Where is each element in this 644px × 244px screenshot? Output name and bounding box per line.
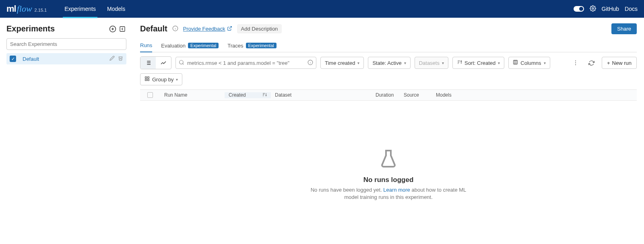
group-icon [144, 76, 150, 83]
experimental-badge: Experimental [246, 43, 277, 48]
svg-line-16 [183, 64, 184, 65]
mlflow-logo: mlflow2.15.1 [6, 4, 47, 14]
add-experiment-icon[interactable] [109, 25, 117, 33]
select-all-checkbox[interactable] [147, 92, 153, 98]
feedback-link[interactable]: Provide Feedback [183, 26, 232, 32]
empty-state: No runs logged No runs have been logged … [308, 149, 469, 201]
columns-icon [513, 60, 518, 66]
kebab-menu-icon[interactable] [570, 57, 582, 69]
empty-title: No runs logged [308, 176, 469, 184]
search-runs-input[interactable] [175, 57, 316, 69]
svg-rect-32 [145, 79, 147, 81]
external-link-icon [227, 26, 232, 32]
svg-line-8 [229, 26, 231, 29]
docs-link[interactable]: Docs [625, 6, 638, 12]
experimental-badge: Experimental [188, 43, 219, 48]
search-experiments-input[interactable] [6, 38, 126, 50]
page-title: Default [140, 24, 167, 33]
list-view-icon[interactable] [140, 57, 156, 69]
svg-rect-31 [148, 77, 149, 79]
edit-icon[interactable] [109, 56, 115, 62]
chart-view-icon[interactable] [156, 57, 171, 69]
share-button[interactable]: Share [611, 23, 637, 34]
svg-point-27 [575, 60, 576, 61]
tab-traces[interactable]: TracesExperimental [227, 42, 276, 52]
learn-more-link[interactable]: Learn more [383, 187, 410, 193]
delete-icon[interactable] [118, 56, 123, 62]
time-created-filter[interactable]: Time created▾ [320, 57, 364, 69]
col-created[interactable]: Created [225, 92, 271, 98]
tab-runs[interactable]: Runs [140, 42, 152, 52]
refresh-icon[interactable] [586, 57, 598, 69]
svg-rect-33 [148, 79, 149, 81]
add-description-button[interactable]: Add Description [237, 24, 282, 33]
svg-rect-4 [120, 27, 125, 31]
sort-button[interactable]: Sort: Created▾ [452, 57, 504, 69]
svg-rect-30 [145, 77, 147, 79]
experiment-row[interactable]: ✓ Default [6, 53, 126, 64]
empty-text: No runs have been logged yet. Learn more… [308, 186, 469, 201]
group-by-button[interactable]: Group by▾ [140, 73, 182, 85]
col-run-name[interactable]: Run Name [160, 92, 225, 98]
state-filter[interactable]: State: Active▾ [368, 57, 410, 69]
search-icon [179, 60, 184, 66]
experiment-name[interactable]: Default [23, 56, 109, 62]
columns-button[interactable]: Columns▾ [508, 57, 550, 69]
svg-point-29 [575, 64, 576, 65]
checkbox-checked-icon[interactable]: ✓ [10, 56, 16, 62]
svg-point-28 [575, 62, 576, 63]
theme-toggle[interactable] [574, 6, 584, 12]
nav-models[interactable]: Models [101, 0, 131, 18]
datasets-filter[interactable]: Datasets▾ [415, 57, 448, 69]
plus-icon: + [607, 60, 610, 66]
github-link[interactable]: GitHub [602, 6, 619, 12]
collapse-sidebar-icon[interactable] [118, 25, 126, 33]
tab-evaluation[interactable]: EvaluationExperimental [161, 42, 219, 52]
new-run-button[interactable]: +New run [602, 57, 637, 69]
sidebar-title: Experiments [6, 24, 55, 33]
col-duration[interactable]: Duration [372, 92, 400, 98]
svg-rect-24 [514, 60, 518, 64]
col-models[interactable]: Models [432, 92, 637, 98]
col-source[interactable]: Source [400, 92, 432, 98]
nav-experiments[interactable]: Experiments [59, 0, 101, 18]
svg-point-0 [592, 8, 594, 9]
info-icon[interactable] [172, 25, 178, 33]
sort-icon [457, 60, 462, 66]
col-dataset[interactable]: Dataset [271, 92, 372, 98]
gear-icon[interactable] [590, 5, 596, 13]
flask-icon [379, 149, 398, 168]
table-header: Run Name Created Dataset Duration Source… [140, 89, 637, 101]
sort-desc-icon [262, 92, 267, 98]
svg-point-15 [180, 60, 183, 64]
search-info-icon[interactable] [308, 60, 313, 66]
